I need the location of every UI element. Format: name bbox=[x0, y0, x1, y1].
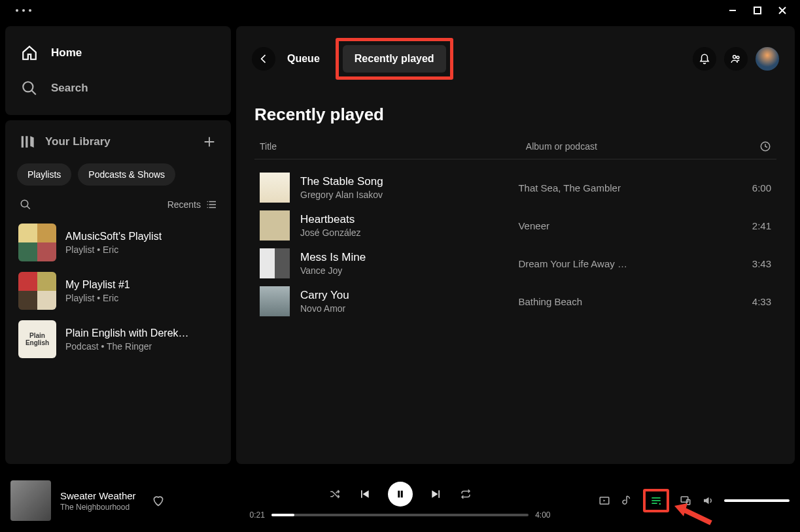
sort-recents[interactable]: Recents bbox=[167, 199, 218, 210]
column-header-title[interactable]: Title bbox=[260, 141, 526, 152]
friends-button[interactable] bbox=[724, 47, 748, 71]
queue-button-highlight bbox=[643, 489, 669, 512]
repeat-icon[interactable] bbox=[460, 488, 472, 500]
track-artist[interactable]: Novo Amor bbox=[300, 303, 349, 314]
nav-search[interactable]: Search bbox=[5, 71, 231, 106]
svg-point-17 bbox=[207, 207, 209, 208]
track-title: Mess Is Mine bbox=[300, 251, 366, 264]
clock-icon bbox=[759, 141, 771, 152]
podcast-title: Plain English with Derek… bbox=[65, 327, 189, 339]
track-title: The Stable Song bbox=[300, 175, 383, 188]
pause-icon bbox=[394, 488, 406, 500]
track-duration: 2:41 bbox=[725, 220, 771, 231]
sidebar-item-playlist[interactable]: My Playlist #1 Playlist • Eric bbox=[14, 267, 222, 315]
svg-marker-24 bbox=[604, 500, 606, 502]
track-artist[interactable]: Vance Joy bbox=[300, 265, 366, 276]
play-pause-button[interactable] bbox=[388, 482, 413, 507]
back-button[interactable] bbox=[252, 47, 275, 71]
track-art bbox=[260, 173, 290, 203]
notifications-button[interactable] bbox=[693, 47, 716, 71]
player-bar: Sweater Weather The Neighbourhood 0:21 4… bbox=[0, 469, 800, 532]
progress-slider[interactable] bbox=[271, 514, 529, 516]
now-playing-art[interactable] bbox=[10, 480, 51, 521]
arrow-annotation bbox=[673, 503, 712, 525]
previous-icon[interactable] bbox=[358, 488, 371, 501]
track-art bbox=[260, 286, 290, 316]
nav-home[interactable]: Home bbox=[5, 35, 231, 71]
playlist-title: My Playlist #1 bbox=[65, 279, 130, 291]
track-row[interactable]: Heartbeats José González Veneer 2:41 bbox=[254, 207, 776, 244]
filter-chip-playlists[interactable]: Playlists bbox=[17, 163, 71, 186]
next-icon[interactable] bbox=[430, 488, 443, 501]
menu-dots-icon[interactable] bbox=[5, 9, 31, 12]
playlist-title: AMusicSoft's Playlist bbox=[65, 231, 162, 242]
playlist-subtitle: Playlist • Eric bbox=[65, 244, 162, 255]
track-duration: 4:33 bbox=[725, 296, 771, 307]
user-avatar[interactable] bbox=[756, 47, 779, 71]
main-panel: Queue Recently played Recently played Ti… bbox=[236, 26, 795, 464]
lyrics-icon[interactable] bbox=[621, 495, 633, 507]
svg-point-28 bbox=[659, 503, 661, 505]
shuffle-icon[interactable] bbox=[329, 488, 341, 500]
highlight-annotation: Recently played bbox=[336, 38, 453, 80]
home-icon bbox=[21, 44, 38, 61]
track-duration: 3:43 bbox=[725, 258, 771, 269]
svg-line-5 bbox=[31, 90, 36, 95]
track-album[interactable]: Dream Your Life Away … bbox=[518, 258, 725, 269]
now-playing-title[interactable]: Sweater Weather bbox=[60, 490, 136, 501]
track-title: Carry You bbox=[300, 289, 349, 302]
library-toggle[interactable]: Your Library bbox=[20, 133, 111, 150]
nav-search-label: Search bbox=[51, 82, 88, 95]
svg-rect-1 bbox=[754, 7, 761, 14]
tab-recently-played[interactable]: Recently played bbox=[343, 45, 446, 73]
minimize-icon[interactable] bbox=[728, 6, 737, 15]
now-playing-view-icon[interactable] bbox=[599, 495, 610, 507]
volume-slider[interactable] bbox=[724, 499, 790, 502]
track-art bbox=[260, 248, 290, 278]
queue-icon[interactable] bbox=[650, 494, 663, 507]
svg-point-10 bbox=[21, 200, 28, 207]
maximize-icon[interactable] bbox=[753, 6, 762, 15]
search-icon bbox=[21, 80, 38, 97]
svg-line-11 bbox=[27, 206, 30, 209]
sidebar: Home Search Your Library Playlists Podca… bbox=[5, 26, 231, 464]
track-row[interactable]: The Stable Song Gregory Alan Isakov That… bbox=[254, 169, 776, 207]
window-titlebar bbox=[0, 0, 800, 21]
search-library-icon[interactable] bbox=[20, 199, 31, 210]
track-row[interactable]: Mess Is Mine Vance Joy Dream Your Life A… bbox=[254, 244, 776, 282]
playback-duration: 4:00 bbox=[535, 510, 550, 520]
tab-queue[interactable]: Queue bbox=[287, 53, 320, 65]
sidebar-item-podcast[interactable]: Plain English Plain English with Derek… … bbox=[14, 315, 222, 363]
sidebar-item-playlist[interactable]: AMusicSoft's Playlist Playlist • Eric bbox=[14, 218, 222, 267]
track-album[interactable]: Bathing Beach bbox=[518, 296, 725, 307]
track-duration: 6:00 bbox=[725, 182, 771, 193]
svg-point-18 bbox=[733, 56, 737, 59]
nav-home-label: Home bbox=[51, 46, 82, 59]
track-album[interactable]: Veneer bbox=[518, 220, 725, 231]
track-album[interactable]: That Sea, The Gambler bbox=[518, 182, 725, 193]
track-artist[interactable]: José González bbox=[300, 227, 361, 238]
svg-point-4 bbox=[23, 82, 33, 91]
svg-point-16 bbox=[207, 204, 209, 205]
svg-point-15 bbox=[207, 201, 209, 203]
people-icon bbox=[730, 53, 742, 65]
section-heading: Recently played bbox=[236, 91, 795, 141]
close-icon[interactable] bbox=[778, 6, 787, 15]
playlist-art bbox=[18, 224, 56, 261]
heart-icon[interactable] bbox=[152, 494, 165, 507]
column-header-album[interactable]: Album or podcast bbox=[526, 141, 725, 152]
filter-chip-podcasts[interactable]: Podcasts & Shows bbox=[78, 163, 175, 186]
podcast-art: Plain English bbox=[18, 320, 56, 358]
column-header-duration[interactable] bbox=[725, 141, 771, 152]
add-icon[interactable] bbox=[202, 135, 217, 149]
track-title: Heartbeats bbox=[300, 213, 361, 226]
svg-point-19 bbox=[737, 56, 739, 59]
svg-rect-21 bbox=[398, 491, 400, 498]
now-playing-artist[interactable]: The Neighbourhood bbox=[60, 503, 136, 512]
track-row[interactable]: Carry You Novo Amor Bathing Beach 4:33 bbox=[254, 282, 776, 320]
library-title-label: Your Library bbox=[45, 135, 111, 148]
list-icon bbox=[206, 199, 218, 210]
track-artist[interactable]: Gregory Alan Isakov bbox=[300, 190, 383, 200]
track-art bbox=[260, 210, 290, 241]
svg-rect-22 bbox=[400, 491, 402, 498]
